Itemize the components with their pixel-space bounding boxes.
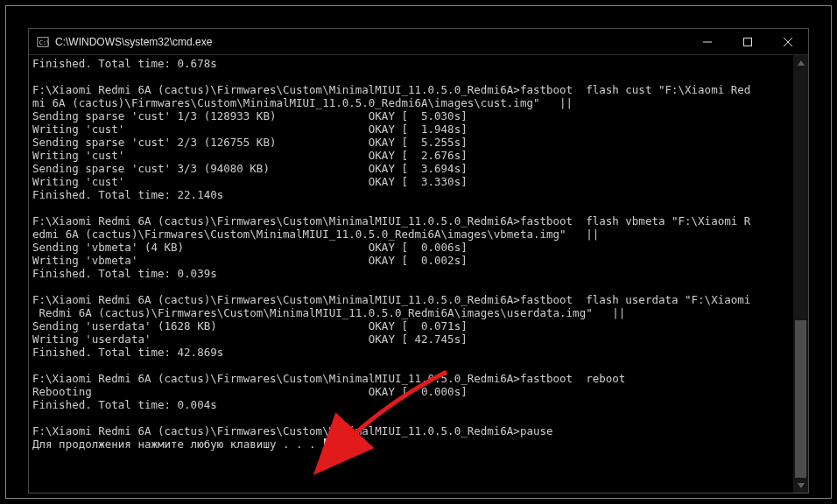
terminal-output[interactable]: Finished. Total time: 0.678s F:\Xiaomi R…: [29, 55, 793, 493]
scroll-up-icon[interactable]: [793, 55, 808, 70]
terminal-area: Finished. Total time: 0.678s F:\Xiaomi R…: [29, 55, 808, 493]
scrollbar-track[interactable]: [793, 70, 808, 478]
text-cursor: [324, 438, 331, 451]
window-title: C:\WINDOWS\system32\cmd.exe: [55, 36, 687, 48]
scroll-down-icon[interactable]: [793, 478, 808, 493]
scrollbar-thumb[interactable]: [795, 320, 806, 478]
vertical-scrollbar[interactable]: [793, 55, 808, 493]
svg-rect-3: [744, 38, 752, 46]
maximize-button[interactable]: [728, 29, 768, 54]
cmd-window: C:\ C:\WINDOWS\system32\cmd.exe Finished…: [28, 28, 809, 494]
minimize-button[interactable]: [687, 29, 728, 54]
cmd-icon: C:\: [36, 35, 50, 49]
window-controls: [687, 29, 808, 54]
svg-text:C:\: C:\: [39, 38, 49, 46]
svg-marker-6: [798, 60, 805, 66]
close-button[interactable]: [768, 29, 808, 54]
svg-marker-7: [798, 483, 805, 488]
titlebar[interactable]: C:\ C:\WINDOWS\system32\cmd.exe: [29, 29, 808, 55]
